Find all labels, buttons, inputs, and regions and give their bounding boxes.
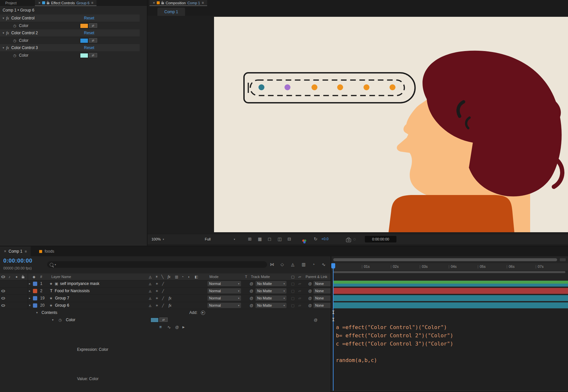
adjustment-switch-icon[interactable]: ◐	[188, 273, 190, 280]
audio-column-icon[interactable]: ♪	[9, 275, 11, 279]
column-num[interactable]: #	[40, 273, 42, 280]
effect-header-color-control-3[interactable]: ▾ fx Color Control 3 Reset	[0, 44, 140, 52]
close-icon[interactable]: ×	[38, 1, 41, 5]
quality-switch-icon[interactable]: ╲	[161, 273, 164, 280]
expression-language-icon[interactable]: ▶	[182, 323, 185, 331]
fx-badge-icon[interactable]: fx	[6, 16, 9, 21]
matte-toggle-icon[interactable]: ▢	[291, 287, 294, 294]
column-layer-name[interactable]: Layer Name	[51, 273, 71, 280]
effect-header-color-control-2[interactable]: ▾ fx Color Control 2 Reset	[0, 29, 140, 37]
preview-timecode[interactable]: 0:00:00:00	[365, 236, 396, 242]
eye-icon[interactable]: ⊙	[1, 289, 6, 293]
frame-blend-switch-icon[interactable]: ▥	[175, 273, 178, 280]
hide-shy-icon[interactable]: ◬	[291, 262, 294, 266]
panel-menu-icon[interactable]: ≡	[25, 250, 27, 253]
label-color[interactable]	[33, 289, 37, 293]
shy-toggle[interactable]: ◬	[149, 287, 151, 294]
lock-column-icon[interactable]	[22, 276, 24, 278]
tab-composition[interactable]: × Composition Comp 1 ≡	[149, 0, 207, 6]
preserve-toggle-icon[interactable]: ▱	[298, 273, 301, 280]
preserve-toggle-icon[interactable]: ▱	[298, 294, 301, 302]
parent-pickwhip-icon[interactable]: @	[308, 294, 312, 302]
layer-row-2[interactable]: ⊙ ▸ 2 T Food for Narcissists ◬ ☀ ╱ Norma…	[0, 287, 331, 295]
exposure-value[interactable]: +0.0	[321, 237, 329, 241]
reset-link[interactable]: Reset	[84, 31, 94, 35]
color-swatch[interactable]	[80, 38, 88, 43]
reset-link[interactable]: Reset	[84, 45, 94, 50]
mode-dropdown[interactable]: Normal▾	[207, 303, 241, 308]
preserve-toggle-icon[interactable]: ▱	[298, 302, 301, 309]
color-options-button[interactable]: ⇄	[159, 318, 168, 322]
layer-bar-19[interactable]	[333, 295, 568, 301]
motion-blur-icon[interactable]: ◔	[312, 262, 315, 266]
layer-row-19[interactable]: ⊙ ▸ 19 ★ Group 7 ◬ ☀ ╱ fx Normal▾ @ No M…	[0, 294, 331, 302]
twirl-right-icon[interactable]: ▸	[29, 297, 31, 300]
eye-icon[interactable]: ⊙	[1, 303, 6, 308]
layer-bar-2[interactable]	[333, 288, 568, 294]
fx-toggle[interactable]: fx	[169, 294, 172, 302]
color-options-button[interactable]: ⇄	[89, 53, 97, 57]
stopwatch-icon[interactable]: ◷	[59, 316, 62, 323]
layer-name[interactable]: Group 6	[55, 303, 69, 308]
preserve-toggle-icon[interactable]: ▱	[298, 287, 301, 294]
matte-toggle-icon[interactable]: ▢	[291, 294, 294, 302]
playhead-handle[interactable]	[331, 263, 335, 268]
panel-menu-icon[interactable]: ≡	[91, 1, 93, 5]
twirl-down-icon[interactable]: ▾	[3, 32, 4, 35]
parent-pickwhip-icon[interactable]: @	[308, 302, 312, 309]
work-area-bar[interactable]	[333, 271, 565, 273]
color-options-button[interactable]: ⇄	[89, 23, 97, 28]
quality-toggle[interactable]: ╱	[162, 302, 164, 309]
effect-header-color-control[interactable]: ▾ fx Color Control Reset	[0, 14, 140, 22]
track-matte-dropdown[interactable]: No Matte▾	[256, 295, 286, 301]
matte-pickwhip-icon[interactable]: @	[250, 302, 253, 309]
exposure-reset-icon[interactable]: ↻	[314, 237, 317, 241]
color-property-row[interactable]: ▾ ◷ Color ⇄ @	[0, 316, 331, 323]
tab-project[interactable]: Project	[0, 0, 22, 6]
track-matte-dropdown[interactable]: No Matte▾	[256, 288, 286, 294]
collapse-toggle[interactable]: ☀	[155, 302, 158, 309]
timeline-color-swatch[interactable]	[150, 318, 159, 322]
stopwatch-icon[interactable]: ◷	[13, 39, 16, 42]
layer-name[interactable]: self importyance mask	[60, 281, 99, 286]
reset-link[interactable]: Reset	[84, 16, 94, 20]
motion-blur-switch-icon[interactable]: ◔	[181, 273, 184, 280]
shy-toggle[interactable]: ◬	[149, 280, 151, 287]
mode-dropdown[interactable]: Normal▾	[207, 288, 241, 294]
layer-bar-20[interactable]	[333, 302, 568, 308]
search-options-caret-icon[interactable]: ▾	[55, 263, 56, 266]
grid-options-icon[interactable]: ⊞	[248, 237, 252, 241]
shy-toggle[interactable]: ◬	[149, 294, 151, 302]
track-matte-dropdown[interactable]: No Matte▾	[256, 303, 286, 308]
contents-row[interactable]: ▾ Contents Add: ▶	[0, 309, 331, 316]
matte-toggle-icon[interactable]: ▢	[291, 273, 294, 280]
label-color[interactable]	[33, 303, 37, 308]
expression-enable-icon[interactable]: =	[159, 323, 162, 331]
tab-effect-controls[interactable]: × Effect Controls Group 6 ≡	[35, 0, 96, 6]
column-track-matte[interactable]: Track Matte	[251, 273, 270, 280]
twirl-down-icon[interactable]: ▾	[3, 46, 4, 49]
layer-name[interactable]: Food for Narcissists	[55, 289, 90, 293]
layer-row-1[interactable]: ▸ 1 ★ ▣ self importyance mask ◬ ☀ ╱ Norm…	[0, 280, 331, 288]
frame-blend-icon[interactable]: ▥	[302, 262, 306, 266]
graph-editor-icon[interactable]: ∿	[322, 262, 326, 267]
color-swatch[interactable]	[80, 23, 88, 28]
column-mode[interactable]: Mode	[209, 273, 219, 280]
channel-icon[interactable]	[302, 239, 305, 242]
mask-visibility-icon[interactable]: ◻	[268, 237, 271, 241]
matte-toggle-icon[interactable]: ▢	[291, 302, 294, 309]
timeline-tab-foods[interactable]: foods	[35, 246, 58, 256]
region-of-interest-icon[interactable]: ◫	[278, 237, 282, 241]
twirl-right-icon[interactable]: ▸	[29, 290, 31, 293]
time-ruler[interactable]: 01s 02s 03s 04s 05s 06s 07s	[331, 263, 568, 271]
collapse-toggle[interactable]: ☀	[155, 287, 158, 294]
close-icon[interactable]: ×	[153, 1, 155, 5]
column-parent-link[interactable]: Parent & Link	[306, 273, 327, 280]
twirl-down-icon[interactable]: ▾	[36, 311, 38, 314]
label-color[interactable]	[33, 296, 37, 300]
solo-column-icon[interactable]: ●	[15, 275, 18, 279]
expression-graph-icon[interactable]: ∿	[167, 323, 171, 331]
threed-switch-icon[interactable]: ◧	[195, 273, 198, 280]
show-snapshot-icon[interactable]: ◌	[353, 237, 356, 241]
mode-dropdown[interactable]: Normal▾	[207, 295, 241, 301]
